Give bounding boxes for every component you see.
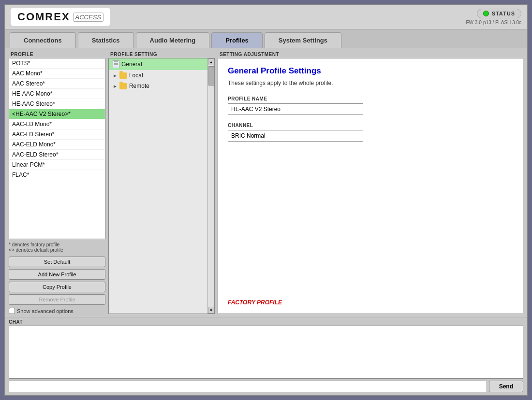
expand-arrow-icon: ► [113, 73, 118, 78]
profile-note2: <> denotes default profile [9, 247, 105, 253]
set-default-button[interactable]: Set Default [9, 257, 105, 267]
status-label: STATUS [492, 11, 515, 16]
profile-note1: * denotes factory profile [9, 242, 105, 247]
profile-name-label: PROFILE NAME [228, 96, 513, 101]
list-item[interactable]: POTS* [9, 58, 105, 69]
settings-scrollbar: ▲ ▼ [207, 58, 214, 314]
chat-input-row: Send [9, 381, 523, 392]
app-header: COMREX ACCESS STATUS FW 3.0-p13 / FLASH … [5, 5, 527, 29]
show-advanced-label: Show advanced options [17, 308, 74, 314]
logo-area: COMREX ACCESS [11, 8, 110, 26]
setting-description: These settings apply to the whole profil… [228, 80, 513, 86]
status-dot [483, 11, 489, 16]
adjustment-panel: SETTING ADJUSTMENT General Profile Setti… [218, 51, 523, 314]
scroll-down-icon[interactable]: ▼ [208, 307, 215, 314]
logo-comrex: COMREX [17, 11, 70, 23]
tab-statistics[interactable]: Statistics [78, 32, 134, 48]
settings-item-local[interactable]: ► Local [109, 70, 207, 81]
profiles-panel: PROFILE POTS* AAC Mono* AAC Stereo* HE-A… [9, 51, 105, 314]
chat-send-button[interactable]: Send [489, 381, 523, 392]
list-item[interactable]: AAC-ELD Stereo* [9, 150, 105, 160]
show-advanced-row: Show advanced options [9, 308, 105, 314]
chat-label: CHAT [9, 319, 523, 325]
list-item[interactable]: AAC-LD Stereo* [9, 129, 105, 140]
tab-profiles[interactable]: Profiles [211, 32, 263, 48]
list-item[interactable]: HE-AAC Stereo* [9, 99, 105, 109]
channel-label: CHANNEL [228, 123, 513, 128]
logo-access: ACCESS [73, 13, 103, 22]
list-item-selected[interactable]: <HE-AAC V2 Stereo>* [9, 109, 105, 119]
chat-area: CHAT Send [5, 317, 527, 395]
settings-item-general[interactable]: General [109, 58, 207, 70]
channel-group: CHANNEL BRIC Normal BRIC High Quality BR… [228, 123, 513, 142]
logo-box: COMREX ACCESS [11, 8, 110, 26]
remove-profile-button[interactable]: Remove Profile [9, 294, 105, 305]
list-item[interactable]: FLAC* [9, 170, 105, 180]
copy-profile-button[interactable]: Copy Profile [9, 282, 105, 292]
settings-panel: PROFILE SETTING General ► Local [108, 51, 215, 314]
doc-icon [113, 60, 119, 68]
settings-item-label: Local [129, 72, 143, 79]
profile-name-input[interactable] [228, 103, 363, 115]
settings-item-label: Remote [129, 83, 149, 89]
tab-audio-metering[interactable]: Audio Metering [136, 32, 210, 48]
settings-list: General ► Local ► Remote [109, 58, 207, 314]
expand-arrow-icon: ► [113, 84, 118, 89]
list-item[interactable]: AAC Mono* [9, 69, 105, 79]
profile-notes: * denotes factory profile <> denotes def… [9, 241, 105, 254]
main-content: PROFILE POTS* AAC Mono* AAC Stereo* HE-A… [5, 48, 527, 395]
channel-select[interactable]: BRIC Normal BRIC High Quality BRIC Utili… [228, 130, 363, 142]
content-panel: PROFILE POTS* AAC Mono* AAC Stereo* HE-A… [5, 48, 527, 317]
list-item[interactable]: AAC-ELD Mono* [9, 140, 105, 150]
chat-box [9, 326, 523, 379]
list-item[interactable]: HE-AAC Mono* [9, 89, 105, 99]
list-item[interactable]: AAC Stereo* [9, 79, 105, 89]
tab-connections[interactable]: Connections [10, 32, 76, 48]
add-new-profile-button[interactable]: Add New Profile [9, 269, 105, 280]
folder-icon [119, 83, 127, 89]
chat-input[interactable] [9, 381, 487, 392]
settings-item-label: General [121, 61, 142, 68]
profiles-panel-header: PROFILE [9, 51, 105, 58]
folder-icon [119, 72, 127, 79]
status-badge: STATUS [477, 9, 521, 18]
list-item[interactable]: AAC-LD Mono* [9, 119, 105, 129]
profile-list-container: POTS* AAC Mono* AAC Stereo* HE-AAC Mono*… [9, 58, 105, 239]
setting-title: General Profile Settings [228, 66, 513, 76]
show-advanced-checkbox[interactable] [9, 308, 15, 314]
profile-actions: Set Default Add New Profile Copy Profile… [9, 257, 105, 305]
settings-item-remote[interactable]: ► Remote [109, 81, 207, 91]
list-item[interactable]: Linear PCM* [9, 160, 105, 170]
profile-name-group: PROFILE NAME [228, 96, 513, 115]
profile-list: POTS* AAC Mono* AAC Stereo* HE-AAC Mono*… [9, 58, 105, 239]
tabs-bar: Connections Statistics Audio Metering Pr… [5, 29, 527, 48]
scroll-thumb[interactable] [208, 66, 214, 86]
status-area: STATUS FW 3.0-p13 / FLASH 3.0c [466, 9, 522, 25]
adjustment-content: General Profile Settings These settings … [218, 58, 523, 314]
adjustment-panel-header: SETTING ADJUSTMENT [218, 51, 523, 58]
settings-list-container: General ► Local ► Remote [108, 58, 215, 314]
scroll-up-icon[interactable]: ▲ [208, 58, 215, 65]
fw-version: FW 3.0-p13 / FLASH 3.0c [466, 20, 522, 25]
channel-select-container: BRIC Normal BRIC High Quality BRIC Utili… [228, 130, 363, 142]
tab-system-settings[interactable]: System Settings [265, 32, 341, 48]
factory-profile-label: FACTORY PROFILE [228, 289, 513, 306]
settings-panel-header: PROFILE SETTING [108, 51, 215, 58]
